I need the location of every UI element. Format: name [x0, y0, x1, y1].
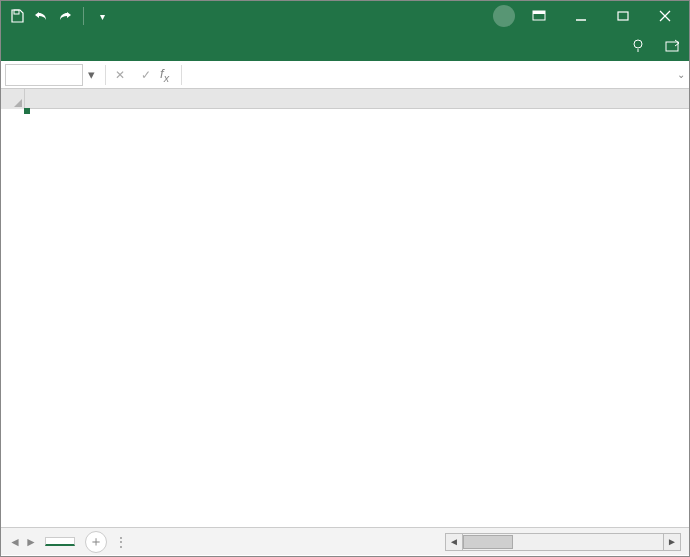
sheet-nav-prev-icon[interactable]: ◄: [9, 535, 21, 549]
qat-separator: [83, 7, 84, 25]
svg-rect-2: [533, 11, 545, 14]
scroll-right-button[interactable]: ►: [663, 533, 681, 551]
qat-customize-icon[interactable]: ▾: [94, 8, 110, 24]
expand-formula-bar-icon[interactable]: ⌄: [677, 69, 685, 80]
spreadsheet-grid: [1, 89, 689, 527]
name-box-dropdown-icon[interactable]: ▾: [83, 67, 99, 82]
close-button[interactable]: [647, 1, 683, 31]
title-bar: ▾: [1, 1, 689, 31]
ribbon-display-options-icon[interactable]: [521, 1, 557, 31]
svg-rect-9: [666, 42, 678, 51]
separator: [105, 65, 106, 85]
scroll-thumb[interactable]: [463, 535, 513, 549]
svg-rect-4: [618, 12, 628, 20]
selection-outline: [25, 109, 29, 113]
save-icon[interactable]: [9, 8, 25, 24]
user-avatar[interactable]: [493, 5, 515, 27]
undo-icon[interactable]: [33, 8, 49, 24]
redo-icon[interactable]: [57, 8, 73, 24]
minimize-button[interactable]: [563, 1, 599, 31]
enter-formula-icon[interactable]: ✓: [138, 68, 154, 82]
share-icon[interactable]: [665, 39, 681, 53]
formula-bar-row: ▾ ✕ ✓ fx ⌄: [1, 61, 689, 89]
name-box[interactable]: [5, 64, 83, 86]
separator: [181, 65, 182, 85]
cancel-formula-icon[interactable]: ✕: [112, 68, 128, 82]
ribbon-tabs: [1, 31, 689, 61]
scroll-track[interactable]: [463, 533, 663, 551]
new-sheet-button[interactable]: ＋: [85, 531, 107, 553]
scroll-left-button[interactable]: ◄: [445, 533, 463, 551]
fx-icon[interactable]: fx: [160, 66, 169, 84]
horizontal-scrollbar[interactable]: ◄ ►: [445, 533, 681, 551]
formula-bar-input[interactable]: [188, 65, 689, 84]
sheet-options-icon[interactable]: ⋮: [115, 535, 129, 549]
sheet-tab-bar: ◄ ► ＋ ⋮ ◄ ►: [1, 527, 689, 555]
maximize-button[interactable]: [605, 1, 641, 31]
svg-rect-0: [14, 10, 19, 14]
sheet-tab-active[interactable]: [45, 537, 75, 546]
svg-point-7: [634, 40, 642, 48]
tellme-bulb-icon[interactable]: [631, 39, 645, 53]
select-all-cell[interactable]: [1, 89, 25, 109]
sheet-nav-next-icon[interactable]: ►: [25, 535, 37, 549]
